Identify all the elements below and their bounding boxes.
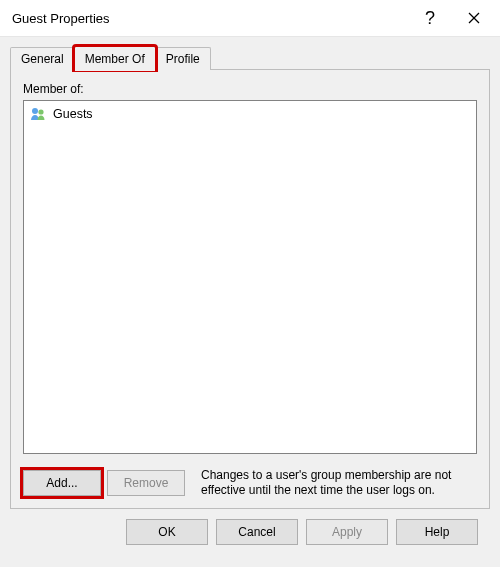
ok-button[interactable]: OK	[126, 519, 208, 545]
titlebar: Guest Properties ?	[0, 0, 500, 36]
list-item-label: Guests	[53, 107, 93, 121]
dialog-footer: OK Cancel Apply Help	[10, 509, 490, 557]
help-icon[interactable]: ?	[408, 3, 452, 33]
group-icon	[29, 105, 47, 123]
window-title: Guest Properties	[12, 11, 408, 26]
list-item[interactable]: Guests	[27, 104, 473, 124]
svg-point-2	[32, 108, 38, 114]
remove-button: Remove	[107, 470, 185, 496]
tab-profile[interactable]: Profile	[155, 47, 211, 70]
apply-button: Apply	[306, 519, 388, 545]
tab-member-of[interactable]: Member Of	[74, 46, 156, 70]
add-button[interactable]: Add...	[23, 470, 101, 496]
membership-hint: Changes to a user's group membership are…	[191, 468, 477, 498]
dialog-window: Guest Properties ? General Member Of Pro…	[0, 0, 500, 567]
svg-point-3	[38, 109, 43, 114]
tab-strip: General Member Of Profile	[10, 45, 490, 69]
cancel-button[interactable]: Cancel	[216, 519, 298, 545]
tab-general[interactable]: General	[10, 47, 75, 70]
member-of-label: Member of:	[23, 82, 477, 96]
dialog-body: General Member Of Profile Member of:	[0, 36, 500, 567]
panel-button-row: Add... Remove Changes to a user's group …	[23, 468, 477, 498]
tab-panel-member-of: Member of: Guests Add...	[10, 69, 490, 509]
membership-listbox[interactable]: Guests	[23, 100, 477, 454]
close-icon[interactable]	[452, 3, 496, 33]
help-button[interactable]: Help	[396, 519, 478, 545]
